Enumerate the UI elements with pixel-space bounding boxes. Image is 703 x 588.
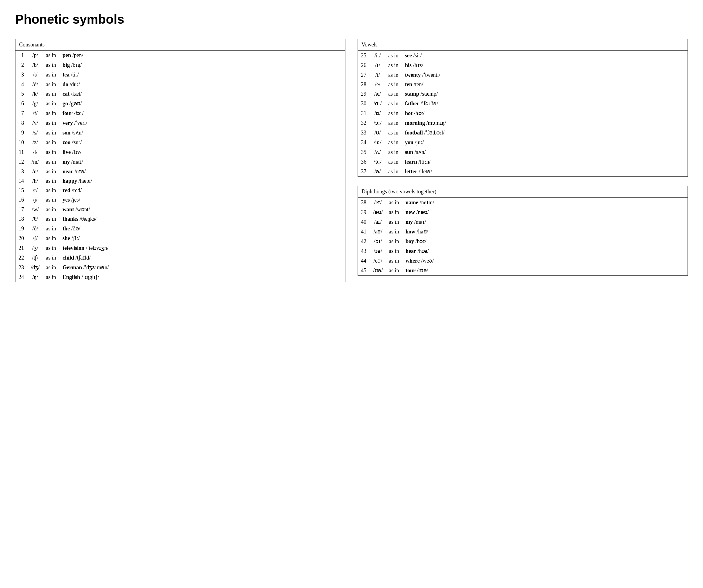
as-in-label: as in <box>385 60 402 70</box>
row-number: 7 <box>15 108 28 118</box>
phonetic-symbol: /r/ <box>28 186 43 195</box>
phonetic-symbol: /aʊ/ <box>370 227 386 236</box>
phonetic-symbol: /e/ <box>370 80 385 89</box>
example-word: pen /pen/ <box>60 51 345 60</box>
example-word: go /gəʊ/ <box>60 99 345 108</box>
row-number: 1 <box>15 51 28 60</box>
phonetic-symbol: /p/ <box>28 51 43 60</box>
table-row: 33/ʊ/as infootball /ˈfʊtbɔːl/ <box>358 128 688 138</box>
row-number: 10 <box>15 138 28 147</box>
example-word: new /nəʊ/ <box>402 207 688 217</box>
as-in-label: as in <box>43 80 60 89</box>
table-row: 31/ɒ/as inhot /hɒt/ <box>358 108 688 118</box>
table-row: 21/ʒ/as intelevision /ˈtelɪvɪʒn/ <box>15 243 345 253</box>
consonants-section: Consonants 1/p/as inpen /pen/2/b/as inbi… <box>15 39 345 282</box>
table-row: 41/aʊ/as inhow /haʊ/ <box>358 227 688 236</box>
consonants-header: Consonants <box>15 39 345 51</box>
example-word: do /duː/ <box>60 80 345 89</box>
table-row: 37/ə/as inletter /ˈletə/ <box>358 167 688 177</box>
phonetic-symbol: /ð/ <box>28 224 43 233</box>
as-in-label: as in <box>43 176 60 186</box>
as-in-label: as in <box>43 147 60 157</box>
phonetic-symbol: /ʃ/ <box>28 233 43 243</box>
phonetic-symbol: /θ/ <box>28 214 43 224</box>
row-number: 28 <box>358 80 370 89</box>
page-title: Phonetic symbols <box>15 12 688 27</box>
as-in-label: as in <box>43 224 60 233</box>
example-word: how /haʊ/ <box>402 227 688 236</box>
table-row: 28/e/as inten /ten/ <box>358 80 688 89</box>
example-word: happy /hæpi/ <box>60 176 345 186</box>
phonetic-symbol: /eə/ <box>370 256 386 266</box>
as-in-label: as in <box>385 80 402 89</box>
phonetic-symbol: /æ/ <box>370 89 385 99</box>
row-number: 32 <box>358 118 370 128</box>
row-number: 18 <box>15 214 28 224</box>
as-in-label: as in <box>43 243 60 253</box>
table-row: 5/k/as incat /kæt/ <box>15 89 345 99</box>
table-row: 2/b/as inbig /bɪg/ <box>15 60 345 70</box>
table-row: 3/t/as intea /tiː/ <box>15 70 345 80</box>
as-in-label: as in <box>385 157 402 167</box>
row-number: 26 <box>358 60 370 70</box>
row-number: 43 <box>358 246 370 256</box>
row-number: 17 <box>15 205 28 214</box>
example-word: his /hɪz/ <box>402 60 688 70</box>
as-in-label: as in <box>385 70 402 80</box>
as-in-label: as in <box>43 138 60 147</box>
phonetic-symbol: /ŋ/ <box>28 272 43 282</box>
row-number: 33 <box>358 128 370 138</box>
row-number: 35 <box>358 147 370 157</box>
phonetic-symbol: /ɑː/ <box>370 99 385 108</box>
table-row: 34/uː/as inyou /juː/ <box>358 138 688 147</box>
as-in-label: as in <box>386 236 402 246</box>
example-word: red /red/ <box>60 186 345 195</box>
as-in-label: as in <box>43 99 60 108</box>
as-in-label: as in <box>385 99 402 108</box>
as-in-label: as in <box>43 118 60 128</box>
example-word: my /maɪ/ <box>402 217 688 227</box>
row-number: 20 <box>15 233 28 243</box>
as-in-label: as in <box>43 205 60 214</box>
example-word: my /maɪ/ <box>60 157 345 167</box>
row-number: 40 <box>358 217 370 227</box>
table-row: 16/j/as inyes /jes/ <box>15 195 345 205</box>
table-row: 22/tʃ/as inchild /tʃaɪld/ <box>15 253 345 263</box>
example-word: she /ʃiː/ <box>60 233 345 243</box>
table-row: 42/ɔɪ/as inboy /bɔɪ/ <box>358 236 688 246</box>
as-in-label: as in <box>43 157 60 167</box>
phonetic-symbol: /iː/ <box>370 51 385 61</box>
phonetic-symbol: /ʊ/ <box>370 128 385 138</box>
table-row: 11/l/as inlive /lɪv/ <box>15 147 345 157</box>
phonetic-symbol: /l/ <box>28 147 43 157</box>
row-number: 42 <box>358 236 370 246</box>
as-in-label: as in <box>385 138 402 147</box>
phonetic-symbol: /aɪ/ <box>370 217 386 227</box>
example-word: near /nɪə/ <box>60 167 345 176</box>
example-word: tour /tʊə/ <box>402 266 688 276</box>
table-row: 15/r/as inred /red/ <box>15 186 345 195</box>
table-row: 17/w/as inwant /wɒnt/ <box>15 205 345 214</box>
table-row: 45/ʊə/as intour /tʊə/ <box>358 266 688 276</box>
phonetic-symbol: /uː/ <box>370 138 385 147</box>
table-row: 20/ʃ/as inshe /ʃiː/ <box>15 233 345 243</box>
example-word: learn /lɜːn/ <box>402 157 688 167</box>
row-number: 19 <box>15 224 28 233</box>
phonetic-symbol: /ɒ/ <box>370 108 385 118</box>
as-in-label: as in <box>43 51 60 60</box>
example-word: ten /ten/ <box>402 80 688 89</box>
as-in-label: as in <box>43 128 60 138</box>
phonetic-symbol: /g/ <box>28 99 43 108</box>
example-word: see /siː/ <box>402 51 688 61</box>
table-row: 39/əʊ/as innew /nəʊ/ <box>358 207 688 217</box>
row-number: 30 <box>358 99 370 108</box>
row-number: 36 <box>358 157 370 167</box>
table-row: 40/aɪ/as inmy /maɪ/ <box>358 217 688 227</box>
row-number: 5 <box>15 89 28 99</box>
row-number: 15 <box>15 186 28 195</box>
phonetic-symbol: /f/ <box>28 108 43 118</box>
table-row: 30/ɑː/as infather /ˈfɑːðə/ <box>358 99 688 108</box>
as-in-label: as in <box>43 186 60 195</box>
example-word: sun /sʌn/ <box>402 147 688 157</box>
example-word: German /ˈdʒɜːmən/ <box>60 263 345 272</box>
